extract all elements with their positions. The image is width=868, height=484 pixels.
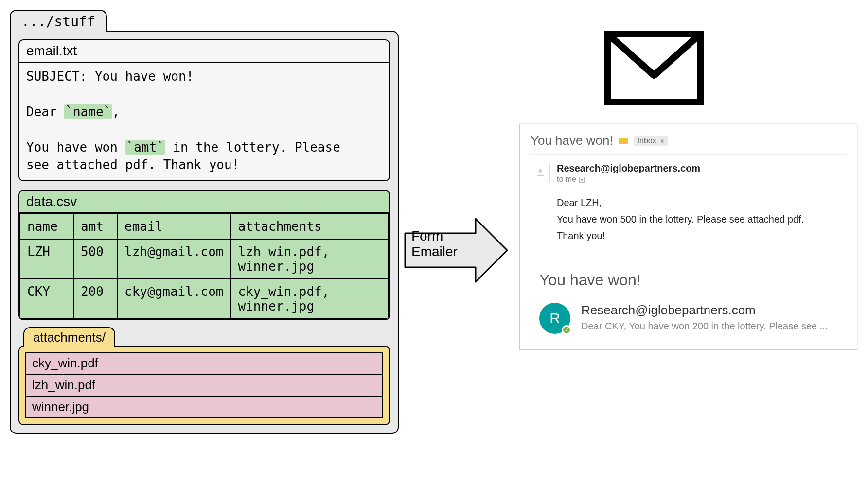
- subject-line: SUBJECT: You have won!: [26, 69, 194, 84]
- col-attachments: attachments: [231, 214, 389, 239]
- label-color-icon: [619, 138, 628, 144]
- cell-name: CKY: [20, 279, 73, 319]
- greeting-suffix: ,: [112, 104, 120, 119]
- close-icon[interactable]: x: [660, 137, 664, 145]
- flow-arrow: Form Emailer: [403, 214, 510, 289]
- badge-text: Inbox: [638, 137, 656, 145]
- avatar-icon: R ✓: [539, 303, 570, 334]
- avatar-placeholder-icon: [531, 163, 550, 182]
- attachments-subfolder: attachments/ cky_win.pdf lzh_win.pdf win…: [18, 327, 390, 425]
- cell-email: lzh@gmail.com: [117, 239, 231, 279]
- sender-address: Research@iglobepartners.com: [557, 163, 700, 174]
- cell-attachments: cky_win.pdf, winner.jpg: [231, 279, 389, 319]
- attachment-file: lzh_win.pdf: [25, 375, 383, 397]
- dropdown-icon[interactable]: ▾: [579, 177, 585, 183]
- subfolder-tab: attachments/: [23, 327, 115, 347]
- file-name: email.txt: [19, 40, 389, 63]
- table-header-row: name amt email attachments: [20, 214, 389, 239]
- col-amt: amt: [73, 214, 117, 239]
- inbox-label-badge[interactable]: Inbox x: [634, 136, 668, 146]
- email-subject: You have won!: [531, 133, 613, 148]
- cell-attachments: lzh_win.pdf, winner.jpg: [231, 239, 389, 279]
- col-name: name: [20, 214, 73, 239]
- notif-sender: Research@iglobepartners.com: [581, 303, 828, 318]
- body-line: Dear LZH,: [557, 194, 846, 211]
- cell-name: LZH: [20, 239, 73, 279]
- avatar-letter: R: [549, 310, 560, 327]
- cell-amt: 200: [73, 279, 117, 319]
- second-message-preview: You have won! R ✓ Research@iglobepartner…: [531, 268, 846, 337]
- subject-row: You have won! Inbox x: [531, 133, 846, 155]
- arrow-label: Form Emailer: [411, 228, 458, 259]
- subfolder-body: cky_win.pdf lzh_win.pdf winner.jpg: [18, 346, 390, 425]
- attachment-file: cky_win.pdf: [25, 352, 383, 375]
- diagram-canvas: .../stuff email.txt SUBJECT: You have wo…: [10, 10, 858, 474]
- folder-tab: .../stuff: [10, 10, 107, 32]
- body-prefix: You have won: [26, 140, 125, 155]
- col-email: email: [117, 214, 231, 239]
- body-line: Thank you!: [557, 227, 846, 244]
- notif-subject: You have won!: [539, 271, 844, 289]
- folder-body: email.txt SUBJECT: You have won! Dear `n…: [10, 31, 399, 434]
- greeting-prefix: Dear: [26, 104, 64, 119]
- to-text: to me: [557, 175, 576, 183]
- cell-amt: 500: [73, 239, 117, 279]
- message-header: Research@iglobepartners.com to me ▾: [531, 155, 846, 184]
- attachment-file: winner.jpg: [25, 397, 383, 418]
- verified-badge-icon: ✓: [562, 325, 571, 335]
- email-template-file: email.txt SUBJECT: You have won! Dear `n…: [18, 39, 390, 181]
- email-client-preview: You have won! Inbox x Research@iglobepar…: [519, 124, 857, 350]
- csv-table: name amt email attachments LZH 500 lzh@g…: [19, 213, 389, 319]
- notif-preview-text: Dear CKY, You have won 200 in the lotter…: [581, 321, 828, 332]
- data-csv-file: data.csv name amt email attachments LZH …: [18, 190, 390, 320]
- body-line: You have won 500 in the lottery. Please …: [557, 211, 846, 227]
- source-folder: .../stuff email.txt SUBJECT: You have wo…: [10, 10, 399, 434]
- file-contents: SUBJECT: You have won! Dear `name`, You …: [19, 63, 389, 180]
- amt-placeholder: `amt`: [125, 140, 165, 155]
- svg-point-2: [538, 169, 542, 173]
- name-placeholder: `name`: [64, 104, 112, 119]
- message-body: Dear LZH, You have won 500 in the lotter…: [557, 194, 846, 244]
- table-row: CKY 200 cky@gmail.com cky_win.pdf, winne…: [20, 279, 389, 319]
- envelope-icon: [603, 29, 705, 109]
- table-row: LZH 500 lzh@gmail.com lzh_win.pdf, winne…: [20, 239, 389, 279]
- file-name: data.csv: [19, 191, 389, 213]
- cell-email: cky@gmail.com: [117, 279, 231, 319]
- recipient-line: to me ▾: [557, 175, 700, 184]
